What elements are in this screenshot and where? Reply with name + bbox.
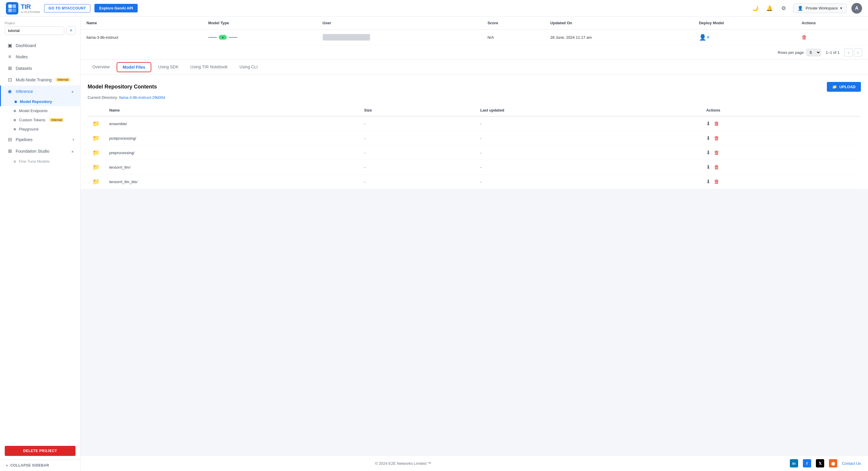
repo-header: Model Repository Contents 📁 UPLOAD [88,82,861,92]
sidebar-item-label: Multi-Node Training [16,77,52,82]
delete-file-button[interactable]: 🗑 [714,135,719,141]
avatar[interactable]: A [851,3,862,13]
sidebar-item-nodes[interactable]: ≡ Nodes [0,51,80,62]
foundation-icon: ⊞ [7,148,13,154]
sidebar-item-multi-node[interactable]: ⊡ Multi-Node Training Internal [0,74,80,86]
tab-model-files[interactable]: Model Files [117,62,151,72]
dot-active-icon [14,101,17,103]
copyright-text: © 2024 E2E Networks Limited ™ [375,461,431,466]
sidebar-item-playground[interactable]: Playground [0,125,80,134]
project-add-button[interactable]: + [67,26,75,35]
file-updated-cell: - [475,174,701,189]
download-button[interactable]: ⬇ [706,121,711,127]
linkedin-icon[interactable]: in [790,459,798,467]
folder-icon: 📁 [92,178,100,185]
tab-overview[interactable]: Overview [87,60,116,75]
file-row: 📁 preprocessing/ - - ⬇ 🗑 [88,145,861,160]
chevron-up-icon: ▲ [71,89,74,94]
col-score: Score [482,16,545,30]
chevron-up-icon: ▲ [71,149,74,153]
col-name: Name [81,16,202,30]
sidebar-item-dashboard[interactable]: ▣ Dashboard [0,40,80,51]
file-name-cell[interactable]: tensorrt_llm_bls/ [104,174,360,189]
sidebar-item-fine-tune[interactable]: Fine Tune Models [0,157,80,166]
download-button[interactable]: ⬇ [706,178,711,185]
download-button[interactable]: ⬇ [706,149,711,156]
folder-icon: 📁 [92,164,100,170]
sidebar-item-foundation-studio[interactable]: ⊞ Foundation Studio ▲ [0,145,80,157]
file-actions-cell: ⬇ 🗑 [701,145,861,160]
file-actions-group: ⬇ 🗑 [706,135,856,141]
file-name-cell[interactable]: preprocessing/ [104,145,360,160]
file-updated-cell: - [475,116,701,131]
subitem-label: Fine Tune Models [19,159,50,164]
topnav: TIR AI PLATFORM GO TO MYACCOUNT Explore … [0,0,868,16]
dark-mode-toggle[interactable]: 🌙 [750,4,760,13]
upload-button[interactable]: 📁 UPLOAD [827,82,861,92]
download-button[interactable]: ⬇ [706,135,711,141]
rows-per-page-select[interactable]: 5 10 25 [806,49,821,56]
file-name-cell[interactable]: postprocessing/ [104,131,360,145]
rows-per-page-label: Rows per page: [778,50,805,55]
sidebar: Project tutorial + ▣ Dashboard ≡ Nodes ⊞ [0,16,81,471]
col-file-updated: Last updated [475,104,701,116]
sidebar-item-label: Nodes [16,55,28,59]
file-name-cell[interactable]: tensorrt_llm/ [104,160,360,174]
sidebar-item-model-endpoints[interactable]: Model Endpoints [0,106,80,115]
dot-icon [13,110,16,112]
col-file-actions: Actions [701,104,861,116]
sidebar-item-datasets[interactable]: ⊞ Datasets [0,62,80,74]
model-type-pill: ● [219,35,227,40]
next-page-button[interactable]: › [854,48,862,57]
notifications-bell[interactable]: 🔔 [765,4,774,13]
sidebar-item-inference[interactable]: ◉ Inference ▲ [0,86,80,97]
explore-genai-button[interactable]: Explore GenAI API [94,4,138,12]
sidebar-item-model-repository[interactable]: Model Repository [0,97,80,106]
rows-per-page-control: Rows per page: 5 10 25 [778,49,821,56]
internal-badge: Internal [56,78,70,82]
delete-model-button[interactable]: 🗑 [802,34,807,40]
file-size-cell: - [360,116,475,131]
collapse-sidebar-button[interactable]: « COLLAPSE SIDEBAR [0,460,80,471]
tab-using-sdk[interactable]: Using SDK [152,60,184,75]
delete-project-button[interactable]: DELETE PROJECT [5,446,75,456]
contact-us-link[interactable]: Contact Us [842,461,861,466]
folder-icon-cell: 📁 [88,160,104,174]
pipelines-icon: ⊟ [7,137,13,142]
inference-icon: ◉ [7,89,13,94]
prev-page-button[interactable]: ‹ [844,48,852,57]
tabs-section: Overview Model Files Using SDK Using TIR… [81,60,868,75]
delete-file-button[interactable]: 🗑 [714,150,719,156]
topnav-right: 🌙 🔔 ⚙ 👤 Private Workspace ▾ A [750,3,862,13]
file-actions-group: ⬇ 🗑 [706,178,856,185]
svg-rect-2 [8,8,12,12]
twitter-icon[interactable]: 𝕏 [816,459,824,467]
file-name-cell[interactable]: ensemble/ [104,116,360,131]
facebook-icon[interactable]: f [803,459,811,467]
subitem-label: Model Endpoints [19,109,48,113]
current-dir-link[interactable]: llama-3-8b-instruct-29b00d [119,95,165,100]
workspace-selector[interactable]: 👤 Private Workspace ▾ [793,4,847,13]
sidebar-item-pipelines[interactable]: ⊟ Pipelines ▾ [0,134,80,145]
tab-using-cli[interactable]: Using CLI [234,60,264,75]
sidebar-item-custom-tokens[interactable]: Custom Tokens Internal [0,115,80,125]
delete-file-button[interactable]: 🗑 [714,164,719,170]
delete-file-button[interactable]: 🗑 [714,121,719,127]
topnav-left: TIR AI PLATFORM GO TO MYACCOUNT Explore … [6,2,138,14]
file-actions-group: ⬇ 🗑 [706,164,856,170]
tab-using-tir-notebook[interactable]: Using TIR Notebook [184,60,234,75]
rss-icon[interactable]: ◉ [829,459,837,467]
deploy-model-button[interactable]: 👤+ [699,34,710,40]
workspace-label: Private Workspace [806,6,838,10]
settings-gear[interactable]: ⚙ [779,4,788,13]
deploy-model-cell: 👤+ [693,30,796,45]
footer: Legal © 2024 E2E Networks Limited ™ in f… [0,455,868,471]
download-button[interactable]: ⬇ [706,164,711,170]
svg-rect-1 [12,4,16,8]
model-table: Name Model Type User Score Updated On De… [81,16,868,45]
col-folder-icon [88,104,104,116]
delete-file-button[interactable]: 🗑 [714,179,719,185]
upload-icon: 📁 [832,85,837,89]
project-select-dropdown[interactable]: tutorial [5,26,64,35]
go-to-myaccount-button[interactable]: GO TO MYACCOUNT [44,4,90,12]
